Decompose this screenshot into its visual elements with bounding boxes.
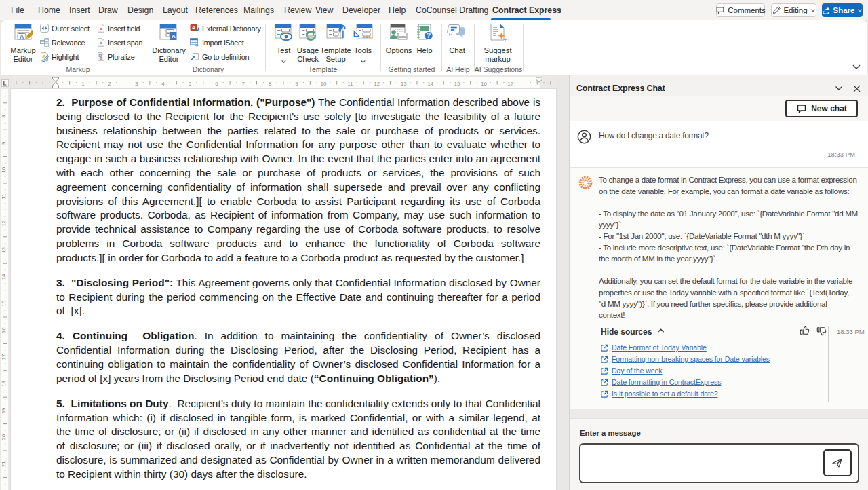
svg-text:20: 20: [1, 434, 7, 440]
svg-text:A: A: [192, 24, 196, 31]
svg-text:18: 18: [1, 381, 7, 387]
svg-text:11: 11: [347, 81, 353, 87]
svg-text:21: 21: [1, 461, 7, 467]
svg-text:1: 1: [81, 81, 85, 87]
svg-text:12: 12: [374, 81, 380, 87]
svg-text:19: 19: [1, 407, 7, 413]
svg-text:3: 3: [135, 81, 138, 87]
svg-text:16: 16: [1, 327, 7, 333]
svg-text:9: 9: [1, 141, 7, 145]
svg-text:12: 12: [1, 220, 7, 226]
svg-text:7: 7: [242, 81, 245, 87]
svg-text:4: 4: [161, 81, 165, 87]
svg-text:A: A: [20, 33, 24, 40]
svg-text:14: 14: [427, 81, 433, 87]
svg-text:15: 15: [1, 300, 7, 306]
svg-text:10: 10: [321, 81, 327, 87]
svg-text:?: ?: [427, 32, 431, 39]
svg-text:A: A: [172, 33, 176, 39]
svg-text:9: 9: [295, 81, 298, 87]
svg-text:5: 5: [189, 81, 192, 87]
svg-text:8: 8: [269, 81, 272, 87]
svg-text:14: 14: [1, 274, 7, 280]
svg-text:15: 15: [454, 81, 460, 87]
svg-text:10: 10: [1, 166, 7, 172]
svg-text:16: 16: [481, 81, 487, 87]
svg-text:17: 17: [507, 81, 513, 87]
svg-text:13: 13: [1, 247, 7, 253]
svg-text:6: 6: [215, 81, 218, 87]
svg-text:11: 11: [1, 193, 7, 200]
svg-text:13: 13: [401, 81, 407, 87]
svg-text:8: 8: [1, 115, 7, 118]
svg-text:17: 17: [1, 354, 7, 360]
svg-text:2: 2: [108, 81, 112, 87]
